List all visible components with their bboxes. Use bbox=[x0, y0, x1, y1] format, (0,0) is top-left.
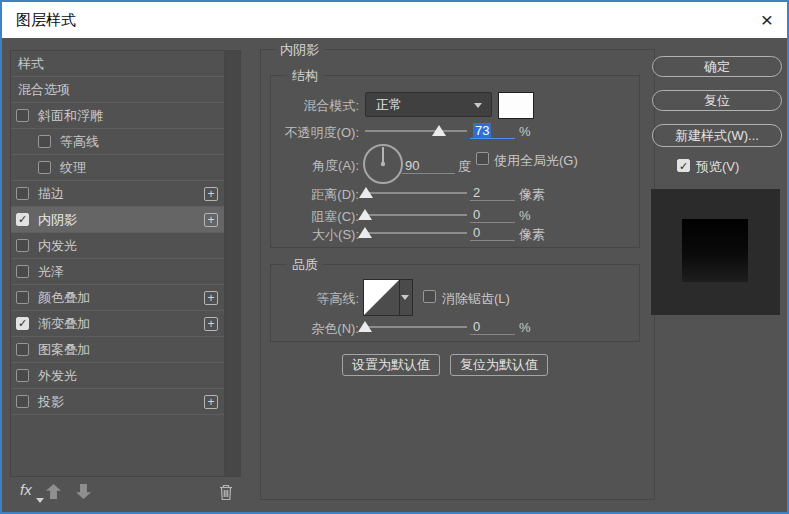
contour-thumbnail bbox=[364, 280, 399, 315]
angle-label: 角度(A): bbox=[259, 157, 359, 175]
effect-checkbox[interactable] bbox=[38, 135, 51, 148]
sidebar-item[interactable]: 投影+ bbox=[11, 389, 224, 415]
sidebar-item[interactable]: 颜色叠加+ bbox=[11, 285, 224, 311]
close-icon[interactable]: × bbox=[750, 6, 784, 34]
antialias-checkbox[interactable] bbox=[423, 290, 436, 303]
sidebar-item-label: 投影 bbox=[38, 393, 64, 411]
size-unit: 像素 bbox=[519, 226, 545, 244]
effect-checkbox[interactable] bbox=[16, 395, 29, 408]
noise-input[interactable]: 0 bbox=[470, 319, 515, 335]
opacity-slider-thumb[interactable] bbox=[432, 125, 446, 136]
global-light-checkbox[interactable] bbox=[476, 152, 489, 165]
sidebar-item-label: 纹理 bbox=[60, 159, 86, 177]
sidebar-item[interactable]: 光泽 bbox=[11, 259, 224, 285]
sidebar-item-label: 描边 bbox=[38, 185, 64, 203]
angle-dial[interactable] bbox=[361, 142, 405, 190]
sidebar-item[interactable]: 等高线 bbox=[11, 129, 224, 155]
effects-toolbar: fx bbox=[10, 481, 241, 505]
sidebar-item[interactable]: 图案叠加 bbox=[11, 337, 224, 363]
size-input[interactable]: 0 bbox=[470, 225, 515, 241]
add-effect-icon[interactable]: + bbox=[204, 213, 218, 227]
shadow-color-swatch[interactable] bbox=[498, 92, 534, 119]
sidebar-item[interactable]: 样式 bbox=[11, 51, 224, 77]
sidebar-item-label: 斜面和浮雕 bbox=[38, 107, 103, 125]
effect-checkbox[interactable] bbox=[16, 187, 29, 200]
opacity-slider-track[interactable] bbox=[365, 130, 467, 132]
title-bar[interactable]: 图层样式 × bbox=[2, 2, 787, 38]
choke-input[interactable]: 0 bbox=[470, 207, 515, 223]
distance-slider-thumb[interactable] bbox=[359, 187, 373, 198]
effect-checkbox[interactable] bbox=[16, 343, 29, 356]
sidebar-item[interactable]: ✓内阴影+ bbox=[11, 207, 224, 233]
style-preview-sample bbox=[682, 219, 748, 282]
add-effect-icon[interactable]: + bbox=[204, 291, 218, 305]
noise-slider-thumb[interactable] bbox=[358, 321, 372, 332]
new-style-button[interactable]: 新建样式(W)... bbox=[652, 124, 782, 147]
angle-input[interactable]: 90 bbox=[402, 158, 455, 174]
sidebar-item[interactable]: 纹理 bbox=[11, 155, 224, 181]
sidebar-item-label: 样式 bbox=[18, 55, 44, 73]
effects-list-panel: 样式混合选项斜面和浮雕等高线纹理描边+✓内阴影+内发光光泽颜色叠加+✓渐变叠加+… bbox=[10, 50, 241, 477]
delete-effect-icon[interactable] bbox=[218, 483, 234, 505]
sidebar-item[interactable]: 混合选项 bbox=[11, 77, 224, 103]
sidebar-item-label: 光泽 bbox=[38, 263, 64, 281]
make-default-button[interactable]: 设置为默认值 bbox=[342, 354, 440, 376]
choke-slider-track[interactable] bbox=[365, 214, 467, 216]
effect-checkbox[interactable] bbox=[16, 369, 29, 382]
noise-slider-track[interactable] bbox=[365, 326, 467, 328]
distance-slider-track[interactable] bbox=[365, 192, 467, 194]
sidebar-item[interactable]: 斜面和浮雕 bbox=[11, 103, 224, 129]
distance-label: 距离(D): bbox=[259, 186, 359, 204]
sidebar-item[interactable]: 描边+ bbox=[11, 181, 224, 207]
reset-button[interactable]: 复位 bbox=[652, 90, 782, 111]
blend-mode-label: 混合模式: bbox=[259, 97, 359, 115]
sidebar-item-label: 外发光 bbox=[38, 367, 77, 385]
sidebar-item-label: 内发光 bbox=[38, 237, 77, 255]
choke-unit: % bbox=[519, 208, 531, 223]
effect-checkbox[interactable] bbox=[16, 291, 29, 304]
style-preview-thumbnail bbox=[651, 189, 780, 315]
move-effect-up-icon[interactable] bbox=[46, 484, 61, 499]
distance-input[interactable]: 2 bbox=[470, 185, 515, 201]
sidebar-scrollbar[interactable] bbox=[224, 51, 240, 476]
sidebar-item[interactable]: 内发光 bbox=[11, 233, 224, 259]
angle-unit: 度 bbox=[458, 158, 471, 176]
effect-checkbox[interactable]: ✓ bbox=[16, 213, 29, 226]
choke-label: 阻塞(C): bbox=[259, 208, 359, 226]
ok-button[interactable]: 确定 bbox=[652, 56, 782, 77]
size-slider-thumb[interactable] bbox=[358, 227, 372, 238]
noise-unit: % bbox=[519, 320, 531, 335]
preview-checkbox[interactable]: ✓ bbox=[677, 159, 690, 172]
contour-picker[interactable] bbox=[363, 279, 413, 316]
add-effect-icon[interactable]: + bbox=[204, 395, 218, 409]
effect-checkbox[interactable] bbox=[38, 161, 51, 174]
effect-checkbox[interactable]: ✓ bbox=[16, 317, 29, 330]
effect-checkbox[interactable] bbox=[16, 109, 29, 122]
sidebar-item-label: 颜色叠加 bbox=[38, 289, 90, 307]
reset-default-button[interactable]: 复位为默认值 bbox=[450, 354, 548, 376]
effect-checkbox[interactable] bbox=[16, 239, 29, 252]
choke-slider-thumb[interactable] bbox=[358, 209, 372, 220]
opacity-input[interactable]: 73 bbox=[470, 123, 515, 139]
distance-unit: 像素 bbox=[519, 186, 545, 204]
panel-title: 内阴影 bbox=[275, 41, 324, 59]
blend-mode-value: 正常 bbox=[376, 97, 402, 112]
sidebar-item-label: 等高线 bbox=[60, 133, 99, 151]
sidebar-item[interactable]: ✓渐变叠加+ bbox=[11, 311, 224, 337]
structure-legend: 结构 bbox=[287, 67, 323, 85]
global-light-label: 使用全局光(G) bbox=[494, 152, 578, 170]
sidebar-item[interactable]: 外发光 bbox=[11, 363, 224, 389]
preview-label: 预览(V) bbox=[696, 158, 739, 176]
add-effect-icon[interactable]: + bbox=[204, 187, 218, 201]
size-slider-track[interactable] bbox=[365, 232, 467, 234]
opacity-label: 不透明度(O): bbox=[259, 124, 359, 142]
add-effect-icon[interactable]: + bbox=[204, 317, 218, 331]
effect-checkbox[interactable] bbox=[16, 265, 29, 278]
size-label: 大小(S): bbox=[259, 226, 359, 244]
blend-mode-select[interactable]: 正常 bbox=[365, 92, 492, 117]
antialias-label: 消除锯齿(L) bbox=[442, 290, 510, 308]
fx-icon[interactable]: fx bbox=[20, 481, 32, 498]
move-effect-down-icon[interactable] bbox=[76, 484, 91, 499]
noise-label: 杂色(N): bbox=[259, 320, 359, 338]
chevron-down-icon bbox=[474, 103, 482, 108]
